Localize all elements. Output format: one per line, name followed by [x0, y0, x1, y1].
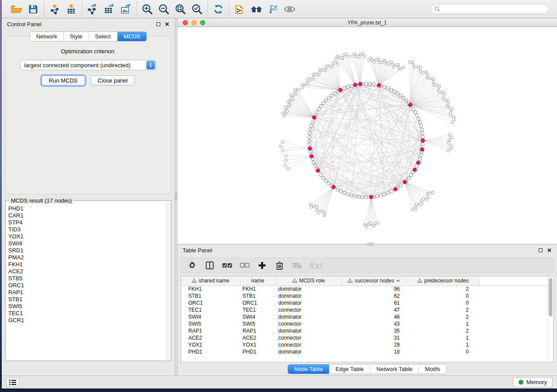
table-scrollbar-thumb[interactable]	[549, 278, 552, 316]
tab-style[interactable]: Style	[64, 32, 89, 41]
cell-successor-nodes[interactable]: 61	[341, 299, 407, 306]
cell-mcds-role[interactable]: dominator	[276, 327, 341, 334]
column-header-name[interactable]: name	[240, 276, 276, 285]
result-node-item[interactable]: ACE2	[8, 268, 166, 275]
cell-mcds-role[interactable]: connector	[276, 320, 341, 327]
cell-predecessor-nodes[interactable]: 2	[407, 327, 479, 334]
cell-successor-nodes[interactable]: 43	[341, 320, 407, 327]
table-row[interactable]: RAP1RAP1dominator352	[181, 327, 547, 334]
cell-successor-nodes[interactable]: 18	[341, 348, 407, 355]
network-titlebar[interactable]: YPA_prune.txt_1	[177, 18, 557, 27]
close-panel-icon[interactable]: ✕	[165, 21, 170, 27]
cell-predecessor-nodes[interactable]: 1	[407, 320, 479, 327]
table-row[interactable]: ORC1ORC1dominator610	[181, 299, 547, 306]
cell-name[interactable]: TEC1	[240, 306, 276, 313]
column-header-predecessor-nodes[interactable]: predecessor nodes	[407, 276, 479, 285]
result-node-item[interactable]: PHD1	[8, 205, 166, 212]
cell-mcds-role[interactable]: dominator	[276, 299, 341, 306]
result-node-item[interactable]: PMA2	[8, 254, 166, 261]
cell-mcds-role[interactable]: connector	[276, 341, 341, 348]
save-session-button[interactable]	[26, 2, 40, 16]
result-node-item[interactable]: FKH1	[8, 261, 166, 268]
result-node-item[interactable]: SRD1	[8, 247, 166, 254]
hide-panel-button[interactable]	[266, 2, 280, 16]
show-columns-button[interactable]	[204, 260, 215, 271]
open-file-button[interactable]	[10, 2, 24, 16]
result-node-item[interactable]: GCR1	[8, 317, 166, 324]
cell-mcds-role[interactable]: connector	[276, 334, 341, 341]
show-panel-button[interactable]	[283, 2, 297, 16]
cell-shared-name[interactable]: YOX1	[181, 341, 240, 348]
select-all-button[interactable]	[221, 260, 233, 271]
network-canvas[interactable]	[177, 27, 557, 244]
cell-shared-name[interactable]: ORC1	[181, 299, 240, 306]
table-row[interactable]: PHD1PHD1dominator180	[181, 348, 547, 355]
table-row[interactable]: TEC1TEC1connector472	[181, 306, 547, 313]
horizontal-splitter-grip[interactable]	[367, 243, 374, 246]
cell-predecessor-nodes[interactable]: 1	[407, 341, 479, 348]
export-image-button[interactable]	[119, 2, 133, 16]
tab-node-table[interactable]: Node Table	[288, 364, 329, 374]
result-node-item[interactable]: YOX1	[8, 233, 166, 240]
cell-predecessor-nodes[interactable]: 2	[407, 285, 479, 292]
memory-button[interactable]: Memory	[513, 377, 553, 388]
result-node-item[interactable]: TEC1	[8, 310, 166, 317]
export-table-button[interactable]	[102, 2, 116, 16]
cell-mcds-role[interactable]: dominator	[276, 348, 341, 355]
tab-edge-table[interactable]: Edge Table	[329, 364, 370, 374]
export-network-button[interactable]	[86, 2, 100, 16]
search-box[interactable]	[430, 4, 549, 14]
cell-shared-name[interactable]: TEC1	[181, 306, 240, 313]
cell-shared-name[interactable]: PHD1	[181, 348, 240, 355]
deselect-all-button[interactable]	[239, 260, 250, 271]
import-table-button[interactable]	[64, 2, 78, 16]
result-node-item[interactable]: STP4	[8, 219, 166, 226]
network-graph[interactable]	[177, 27, 557, 244]
cell-predecessor-nodes[interactable]: 2	[407, 306, 479, 313]
cell-shared-name[interactable]: RAP1	[181, 327, 240, 334]
column-header-shared-name[interactable]: shared name	[181, 276, 240, 285]
cell-mcds-role[interactable]: connector	[276, 306, 341, 313]
zoom-fit-button[interactable]	[173, 2, 187, 16]
cell-mcds-role[interactable]: dominator	[276, 292, 341, 299]
cell-mcds-role[interactable]: dominator	[276, 285, 341, 292]
import-network-button[interactable]	[48, 2, 62, 16]
result-node-item[interactable]: SWI4	[8, 240, 166, 247]
table-row[interactable]: SWI5SWI5connector431	[181, 320, 547, 327]
tab-mcds[interactable]: MCDS	[118, 32, 146, 41]
cell-successor-nodes[interactable]: 31	[341, 334, 407, 341]
result-node-item[interactable]: TID3	[8, 226, 166, 233]
cell-predecessor-nodes[interactable]: 0	[407, 348, 479, 355]
cell-predecessor-nodes[interactable]: 1	[407, 334, 479, 341]
zoom-out-button[interactable]	[157, 2, 171, 16]
refresh-layout-button[interactable]	[211, 2, 225, 16]
cell-shared-name[interactable]: SWI4	[181, 313, 240, 320]
table-row[interactable]: FKH1FKH1dominator962	[181, 285, 547, 292]
cell-name[interactable]: PHD1	[240, 348, 276, 355]
search-input[interactable]	[440, 6, 545, 12]
float-panel-icon[interactable]	[156, 22, 160, 26]
cell-successor-nodes[interactable]: 62	[341, 292, 407, 299]
result-node-item[interactable]: STB1	[8, 296, 166, 303]
result-node-item[interactable]: RAP1	[8, 289, 166, 296]
zoom-selected-button[interactable]	[190, 2, 204, 16]
tab-motifs[interactable]: Motifs	[419, 364, 446, 374]
table-row[interactable]: YOX1YOX1connector291	[181, 341, 547, 348]
run-mcds-button[interactable]: Run MCDS	[42, 76, 85, 86]
column-header-successor-nodes[interactable]: successor nodes	[341, 276, 407, 285]
add-column-button[interactable]	[256, 260, 268, 271]
tab-network[interactable]: Network	[30, 32, 64, 41]
cell-predecessor-nodes[interactable]: 2	[407, 313, 479, 320]
close-table-panel-icon[interactable]: ✕	[547, 248, 552, 253]
zoom-in-button[interactable]	[140, 2, 154, 16]
close-panel-button[interactable]: Close panel	[90, 76, 135, 86]
cell-predecessor-nodes[interactable]: 0	[407, 292, 479, 299]
cell-name[interactable]: SWI4	[240, 313, 276, 320]
result-scrollbar[interactable]	[166, 201, 170, 360]
cell-name[interactable]: SWI5	[240, 320, 276, 327]
home-networks-button[interactable]	[249, 2, 263, 16]
criterion-dropdown[interactable]: largest connected component (undirected)…	[20, 60, 156, 70]
cell-successor-nodes[interactable]: 47	[341, 306, 407, 313]
table-row[interactable]: STB1STB1dominator620	[181, 292, 547, 299]
tab-select[interactable]: Select	[89, 32, 118, 41]
